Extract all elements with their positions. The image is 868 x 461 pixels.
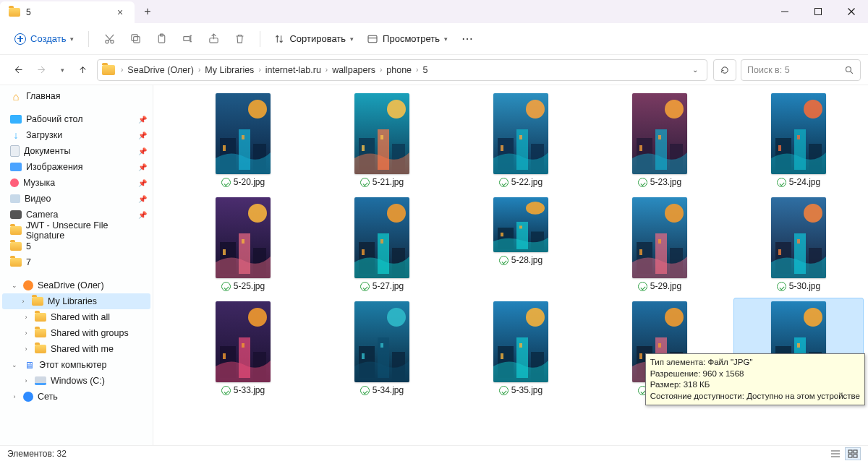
create-label: Создать <box>30 33 66 44</box>
document-icon <box>10 145 20 157</box>
file-item[interactable]: 5-24.jpg <box>733 90 864 194</box>
file-item[interactable]: 5-25.jpg <box>178 194 308 298</box>
svg-rect-96 <box>362 353 365 359</box>
chevron-right-icon[interactable]: › <box>22 345 30 353</box>
file-item[interactable]: 5-34.jpg <box>317 298 447 402</box>
desktop-icon <box>10 115 22 124</box>
nav-recent-button[interactable]: ▾ <box>56 60 68 80</box>
sort-label: Сортировать <box>289 33 346 44</box>
file-thumbnail <box>354 93 409 174</box>
nav-up-button[interactable] <box>72 60 93 80</box>
cut-button[interactable] <box>96 27 122 51</box>
more-button[interactable]: ⋯ <box>455 32 481 46</box>
file-item[interactable]: 5-29.jpg <box>595 194 725 298</box>
delete-button[interactable] <box>226 27 252 51</box>
sidebar-item-thispc[interactable]: ⌄🖥Этот компьютер <box>0 357 153 373</box>
svg-rect-33 <box>501 145 503 151</box>
file-name: 5-35.jpg <box>511 385 542 395</box>
toolbar: Создать ▾ Сортировать ▾ Просмотреть ▾ ⋯ <box>0 23 868 55</box>
sidebar-item-shared-all[interactable]: ›Shared with all <box>0 309 153 325</box>
chevron-right-icon[interactable]: › <box>22 329 30 337</box>
file-item[interactable]: 5-28.jpg <box>456 194 586 298</box>
sidebar-item-videos[interactable]: Видео📌 <box>0 191 153 207</box>
nav-forward-button[interactable] <box>32 60 52 80</box>
file-item[interactable]: 5-23.jpg <box>595 90 725 194</box>
svg-rect-7 <box>132 35 138 41</box>
refresh-button[interactable] <box>713 59 736 81</box>
file-item[interactable]: 5-22.jpg <box>456 90 586 194</box>
search-input[interactable]: Поиск в: 5 <box>741 59 861 81</box>
file-name: 5-27.jpg <box>373 281 404 291</box>
sidebar-item-network[interactable]: ›Сеть <box>0 389 153 405</box>
svg-rect-75 <box>639 249 642 255</box>
folder-icon <box>10 226 22 235</box>
chevron-down-icon[interactable]: ⌄ <box>10 282 19 289</box>
breadcrumb-segment[interactable]: phone <box>383 65 414 75</box>
chevron-right-icon[interactable]: › <box>22 314 30 321</box>
share-button[interactable] <box>200 27 226 51</box>
sidebar-item-downloads[interactable]: ↓Загрузки📌 <box>0 127 153 143</box>
file-item[interactable]: 5-27.jpg <box>317 194 447 298</box>
video-icon <box>10 194 20 203</box>
copy-button[interactable] <box>122 27 148 51</box>
file-thumbnail <box>216 197 271 278</box>
chevron-down-icon[interactable]: ⌄ <box>688 66 702 74</box>
breadcrumb-segment[interactable]: internet-lab.ru <box>263 65 324 75</box>
tab-title: 5 <box>26 7 107 17</box>
chevron-down-icon[interactable]: ⌄ <box>10 361 19 369</box>
chevron-right-icon[interactable]: › <box>19 298 27 305</box>
sidebar-item-5[interactable]: 5 <box>0 238 153 254</box>
sidebar-item-mylibraries[interactable]: ›My Libraries <box>2 293 150 309</box>
tab[interactable]: 5 × <box>0 1 135 23</box>
close-tab-icon[interactable]: × <box>113 7 127 18</box>
sidebar-item-jwt[interactable]: JWT - Unsecure File Signature <box>0 223 153 238</box>
sidebar-item-music[interactable]: Музыка📌 <box>0 175 153 191</box>
nav-back-button[interactable] <box>7 60 27 80</box>
breadcrumb-segment[interactable]: 5 <box>420 65 430 75</box>
pin-icon: 📌 <box>138 132 147 139</box>
sidebar-item-seadrive[interactable]: ⌄SeaDrive (Олег) <box>0 277 153 293</box>
window-maximize-button[interactable] <box>801 0 835 23</box>
file-item[interactable]: 5-20.jpg <box>178 90 308 194</box>
file-item[interactable]: 5-21.jpg <box>317 90 447 194</box>
sidebar-item-shared-me[interactable]: ›Shared with me <box>0 341 153 357</box>
view-thumbnails-button[interactable] <box>845 447 861 460</box>
sidebar-item-pictures[interactable]: Изображения📌 <box>0 159 153 175</box>
window-close-button[interactable] <box>835 0 868 23</box>
file-thumbnail <box>632 197 687 278</box>
create-button[interactable]: Создать ▾ <box>7 30 81 48</box>
sidebar-item-drive-c[interactable]: ›Windows (C:) <box>0 373 153 389</box>
svg-rect-20 <box>242 135 244 139</box>
folder-icon <box>35 345 46 353</box>
svg-rect-26 <box>362 145 365 151</box>
svg-rect-111 <box>658 343 661 348</box>
breadcrumb-segment[interactable]: My Libraries <box>202 65 257 75</box>
breadcrumb-segment[interactable]: wallpapers <box>329 65 378 75</box>
address-bar[interactable]: › SeaDrive (Олег)›My Libraries›internet-… <box>97 59 707 81</box>
view-button[interactable]: Просмотреть ▾ <box>361 30 454 48</box>
breadcrumb-segment[interactable]: SeaDrive (Олег) <box>124 65 197 75</box>
pin-icon: 📌 <box>138 147 147 155</box>
file-item[interactable]: 5-33.jpg <box>178 298 308 402</box>
view-label: Просмотреть <box>383 33 440 44</box>
new-tab-button[interactable]: + <box>135 0 161 23</box>
file-name: 5-21.jpg <box>373 177 404 187</box>
sidebar-item-home[interactable]: ⌂Главная <box>0 88 153 104</box>
sidebar-item-documents[interactable]: Документы📌 <box>0 143 153 159</box>
sidebar-item-shared-groups[interactable]: ›Shared with groups <box>0 325 153 341</box>
file-item[interactable]: 5-30.jpg <box>733 194 864 298</box>
sort-button[interactable]: Сортировать ▾ <box>268 30 359 48</box>
chevron-right-icon[interactable]: › <box>10 393 19 400</box>
rename-button[interactable] <box>174 27 200 51</box>
chevron-right-icon[interactable]: › <box>22 377 30 384</box>
sidebar-item-desktop[interactable]: Рабочий стол📌 <box>0 111 153 127</box>
svg-rect-68 <box>501 233 503 236</box>
view-details-button[interactable] <box>827 447 843 460</box>
status-item-count: Элементов: 32 <box>7 449 67 459</box>
sync-ok-icon <box>499 256 509 265</box>
paste-button[interactable] <box>148 27 174 51</box>
window-minimize-button[interactable] <box>768 0 801 23</box>
file-grid[interactable]: 5-20.jpg 5-21.jpg <box>153 85 868 445</box>
file-item[interactable]: 5-35.jpg <box>456 298 586 402</box>
sidebar-item-7[interactable]: 7 <box>0 254 153 270</box>
